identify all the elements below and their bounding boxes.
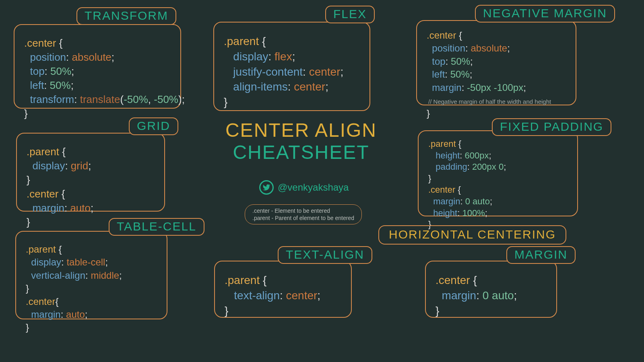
title-line2: CHEATSHEET [217, 141, 386, 163]
legend-center: .center - Element to be entered [252, 207, 354, 214]
author-handle[interactable]: @venkyakshaya [259, 180, 349, 195]
card-grid: .parent { display: grid; } .center { mar… [16, 133, 165, 212]
page-title: CENTER ALIGN CHEATSHEET [217, 119, 386, 163]
code-fixed-padding: .parent { height: 600px; padding: 200px … [428, 138, 568, 230]
card-transform: .center { position: absolute; top: 50%; … [14, 24, 181, 109]
code-table-cell: .parent { display: table-cell; vertical-… [26, 243, 157, 334]
tab-transform: TRANSFORM [76, 7, 176, 25]
code-grid: .parent { display: grid; } .center { mar… [27, 145, 155, 230]
tab-margin: MARGIN [506, 246, 576, 264]
title-line1: CENTER ALIGN [217, 119, 386, 141]
tab-grid: GRID [129, 117, 178, 135]
card-margin: .center { margin: 0 auto; } [425, 261, 557, 318]
tab-flex: FLEX [325, 6, 375, 23]
tab-text-align: TEXT-ALIGN [278, 246, 372, 264]
code-negative-margin: .center { position: absolute; top: 50%; … [427, 29, 566, 120]
card-flex: .parent { display: flex; justify-content… [213, 22, 370, 111]
card-negative-margin: .center { position: absolute; top: 50%; … [416, 20, 576, 105]
code-margin: .center { margin: 0 auto; } [436, 273, 547, 318]
horizontal-centering-label: HORIZONTAL CENTERING [378, 225, 566, 245]
code-flex: .parent { display: flex; justify-content… [224, 34, 360, 110]
twitter-icon [259, 180, 274, 195]
code-text-align: .parent { text-align: center; } [225, 273, 341, 318]
card-text-align: .parent { text-align: center; } [214, 261, 352, 318]
tab-negative-margin: NEGATIVE MARGIN [475, 5, 615, 23]
tab-table-cell: TABLE-CELL [109, 218, 204, 236]
tab-fixed-padding: FIXED PADDING [492, 118, 611, 136]
card-table-cell: .parent { display: table-cell; vertical-… [15, 231, 167, 319]
code-transform: .center { position: absolute; top: 50%; … [24, 36, 171, 121]
handle-text: @venkyakshaya [278, 182, 349, 193]
card-fixed-padding: .parent { height: 600px; padding: 200px … [418, 130, 578, 216]
legend-parent: .parent - Parent of element to be entere… [252, 214, 354, 222]
legend-box: .center - Element to be entered .parent … [245, 204, 362, 224]
